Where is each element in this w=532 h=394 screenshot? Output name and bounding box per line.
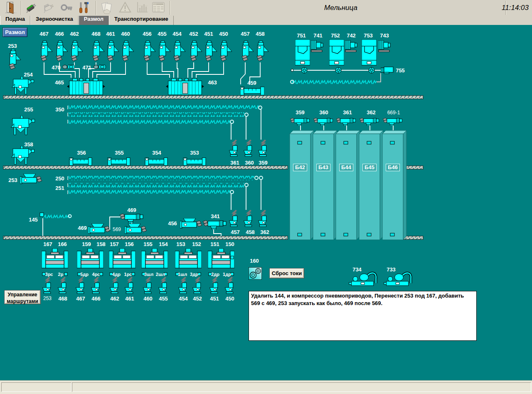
route-control-button[interactable]: Управление маршрутами: [4, 290, 41, 304]
compressor-160[interactable]: [249, 267, 262, 280]
elevator-452[interactable]: [193, 277, 201, 293]
bin-feeder-669-1[interactable]: [383, 118, 402, 126]
elevator-457[interactable]: [229, 210, 237, 227]
sock-467[interactable]: [41, 41, 53, 61]
alarms-button[interactable]: [118, 1, 133, 15]
sifter-465[interactable]: [67, 79, 105, 95]
label-elevator-458: 458: [246, 229, 255, 235]
bin-b45[interactable]: [359, 131, 383, 240]
sock-466[interactable]: [56, 41, 68, 61]
screw-341[interactable]: [203, 220, 226, 229]
bin-b43[interactable]: [313, 131, 337, 240]
elevator-450[interactable]: [225, 277, 233, 293]
rotary-valve-753[interactable]: [369, 67, 374, 73]
filter-751[interactable]: [295, 39, 310, 65]
blower-742[interactable]: [345, 40, 357, 52]
sock-468[interactable]: [93, 41, 105, 61]
mill-153-152[interactable]: [175, 249, 202, 268]
disconnect-button[interactable]: [42, 1, 57, 15]
label-751: 751: [297, 33, 306, 39]
blower-741[interactable]: [311, 40, 323, 52]
filter-753[interactable]: [362, 39, 377, 65]
elevator-359[interactable]: [259, 140, 266, 156]
sock-451[interactable]: [205, 41, 217, 61]
elevator-461[interactable]: [125, 277, 133, 293]
elevator-466[interactable]: [91, 277, 99, 293]
access-button[interactable]: [59, 1, 74, 15]
rotary-valve-752[interactable]: [335, 67, 341, 73]
screw-469[interactable]: [120, 214, 143, 223]
tab-podacha[interactable]: Подача: [0, 16, 30, 25]
sock-458[interactable]: [257, 41, 269, 61]
sock-457[interactable]: [242, 41, 254, 61]
bin-b42[interactable]: [290, 131, 314, 240]
sock-452[interactable]: [190, 41, 202, 61]
sock-253[interactable]: [9, 49, 21, 69]
trends-button[interactable]: [135, 1, 150, 15]
bin-b46[interactable]: [382, 131, 406, 240]
elevator-361[interactable]: [229, 140, 237, 156]
hopper-255[interactable]: [11, 116, 34, 135]
elevator-467[interactable]: [76, 277, 84, 293]
reset-currents-button[interactable]: Сброс токи: [269, 268, 304, 278]
sock-450[interactable]: [220, 41, 232, 61]
sock-460[interactable]: [122, 41, 134, 61]
valve-471[interactable]: [94, 65, 106, 69]
bin-feeder-362[interactable]: [360, 118, 379, 126]
mill-159-158[interactable]: [77, 249, 103, 268]
reports-button[interactable]: [151, 1, 166, 15]
conveyor-459[interactable]: [240, 87, 264, 95]
elevator-468[interactable]: [58, 277, 66, 293]
feeder-456[interactable]: [180, 218, 202, 228]
elevator-362[interactable]: [259, 210, 266, 227]
mill-157-156[interactable]: [109, 249, 135, 268]
section-button[interactable]: Размол: [2, 27, 27, 37]
elevator-454[interactable]: [179, 277, 187, 293]
pneumo-733[interactable]: [384, 273, 411, 286]
sock-456[interactable]: [144, 41, 156, 61]
valve-470[interactable]: [63, 65, 75, 69]
elevator-455[interactable]: [159, 277, 167, 293]
conveyor-353[interactable]: [183, 158, 206, 166]
pneumo-734[interactable]: [349, 273, 376, 286]
elevator-460[interactable]: [143, 277, 151, 293]
mill-155-154[interactable]: [141, 249, 168, 268]
mill-151-150[interactable]: [208, 249, 234, 268]
blower-743[interactable]: [378, 40, 390, 52]
acknowledge-button[interactable]: [100, 1, 115, 15]
feeder-253[interactable]: [20, 174, 42, 184]
filter-752[interactable]: [329, 39, 344, 65]
elevator-462[interactable]: [110, 277, 118, 293]
conveyor-356[interactable]: [69, 158, 92, 166]
sock-455[interactable]: [159, 41, 171, 61]
hopper-254[interactable]: [12, 76, 34, 94]
elevator-451[interactable]: [210, 277, 218, 293]
bin-feeder-359[interactable]: [290, 118, 309, 126]
feeder-569[interactable]: [125, 224, 147, 234]
feeder-469[interactable]: [88, 224, 110, 234]
bin-feeder-361[interactable]: [336, 118, 355, 126]
label-conveyor-459: 459: [247, 80, 256, 86]
sock-461[interactable]: [107, 41, 119, 61]
elevator-458[interactable]: [244, 210, 252, 227]
tools-button[interactable]: [76, 1, 91, 15]
tab-zernoochistka[interactable]: Зерноочистка: [30, 16, 79, 25]
sifter-463[interactable]: [166, 79, 204, 95]
elevator-253b[interactable]: [43, 277, 51, 293]
connect-button[interactable]: [24, 1, 39, 15]
sock-462[interactable]: [71, 41, 83, 61]
device-755[interactable]: [381, 67, 393, 74]
exit-button[interactable]: [3, 1, 18, 15]
tab-transportirovanie[interactable]: Транспортирование: [109, 16, 174, 25]
elevator-360[interactable]: [244, 140, 252, 156]
tab-razmol[interactable]: Размол: [79, 16, 109, 25]
conveyor-355[interactable]: [108, 158, 130, 166]
sock-454[interactable]: [174, 41, 186, 61]
mill-167-166[interactable]: [42, 249, 68, 268]
hopper-358[interactable]: [12, 146, 34, 165]
rotary-valve-751[interactable]: [301, 67, 307, 73]
bin-feeder-360[interactable]: [313, 118, 332, 126]
bin-b44[interactable]: [336, 131, 360, 240]
label-elevator-362: 362: [260, 229, 269, 235]
conveyor-354[interactable]: [145, 158, 167, 166]
